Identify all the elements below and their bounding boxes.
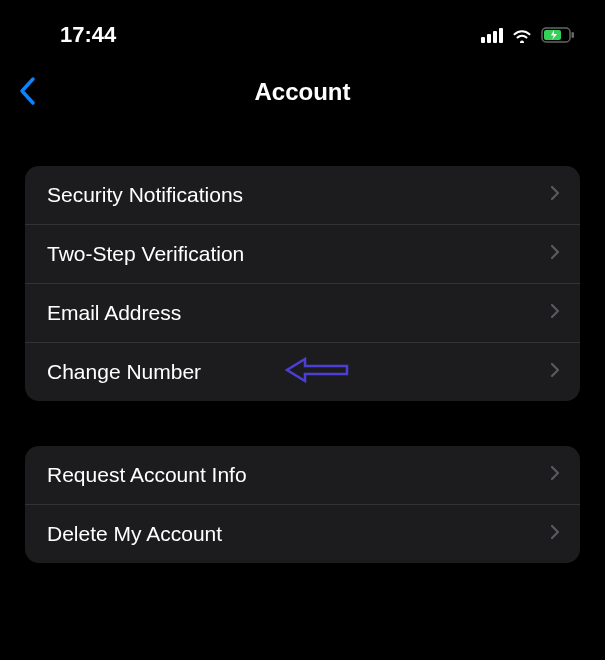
status-indicators: [481, 27, 575, 43]
row-change-number[interactable]: Change Number: [25, 343, 580, 401]
back-button[interactable]: [18, 76, 36, 110]
chevron-right-icon: [550, 185, 560, 205]
row-delete-my-account[interactable]: Delete My Account: [25, 505, 580, 563]
row-label: Security Notifications: [47, 183, 243, 207]
navigation-header: Account: [0, 60, 605, 136]
chevron-right-icon: [550, 465, 560, 485]
wifi-icon: [511, 27, 533, 43]
chevron-right-icon: [550, 244, 560, 264]
chevron-right-icon: [550, 303, 560, 323]
settings-group-security: Security Notifications Two-Step Verifica…: [25, 166, 580, 401]
content-area: Security Notifications Two-Step Verifica…: [0, 136, 605, 563]
row-email-address[interactable]: Email Address: [25, 284, 580, 343]
row-two-step-verification[interactable]: Two-Step Verification: [25, 225, 580, 284]
status-time: 17:44: [60, 22, 116, 48]
row-label: Delete My Account: [47, 522, 222, 546]
cellular-signal-icon: [481, 27, 503, 43]
chevron-right-icon: [550, 362, 560, 382]
battery-charging-icon: [541, 27, 575, 43]
row-label: Change Number: [47, 360, 201, 384]
status-bar: 17:44: [0, 0, 605, 60]
row-label: Two-Step Verification: [47, 242, 244, 266]
row-label: Request Account Info: [47, 463, 247, 487]
settings-group-account: Request Account Info Delete My Account: [25, 446, 580, 563]
svg-rect-2: [572, 32, 575, 38]
page-title: Account: [20, 78, 585, 106]
row-label: Email Address: [47, 301, 181, 325]
row-request-account-info[interactable]: Request Account Info: [25, 446, 580, 505]
chevron-right-icon: [550, 524, 560, 544]
row-security-notifications[interactable]: Security Notifications: [25, 166, 580, 225]
annotation-arrow-icon: [285, 357, 349, 387]
